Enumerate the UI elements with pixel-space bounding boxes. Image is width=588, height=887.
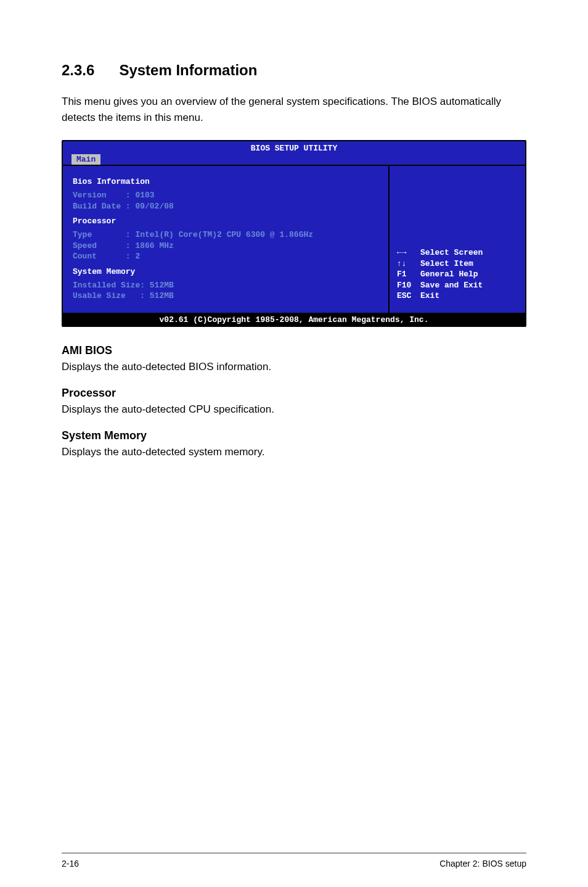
memory-usable: Usable Size : 512MB bbox=[73, 291, 378, 302]
f10-key-label: F10 bbox=[397, 280, 420, 291]
intro-paragraph: This menu gives you an overview of the g… bbox=[62, 94, 526, 125]
section-title: System Information bbox=[119, 62, 257, 78]
bios-build-date: Build Date : 09/02/08 bbox=[73, 201, 378, 212]
system-memory-heading: System Memory bbox=[62, 429, 526, 442]
arrow-up-down-icon: ↑↓ bbox=[397, 258, 420, 270]
bios-info-label: Bios Information bbox=[73, 177, 378, 186]
bios-version: Version : 0103 bbox=[73, 190, 378, 201]
section-heading: 2.3.6System Information bbox=[62, 62, 526, 79]
section-number: 2.3.6 bbox=[62, 62, 94, 79]
processor-label: Processor bbox=[73, 217, 378, 226]
memory-label: System Memory bbox=[73, 267, 378, 276]
system-memory-text: Displays the auto-detected system memory… bbox=[62, 446, 526, 458]
bios-main-panel: Bios Information Version : 0103 Build Da… bbox=[63, 166, 390, 313]
memory-installed: Installed Size: 512MB bbox=[73, 280, 378, 291]
page-number: 2-16 bbox=[62, 859, 79, 868]
page-footer: 2-16 Chapter 2: BIOS setup bbox=[62, 859, 526, 868]
bios-body: Bios Information Version : 0103 Build Da… bbox=[63, 165, 525, 313]
ami-bios-heading: AMI BIOS bbox=[62, 344, 526, 357]
bios-screenshot: BIOS SETUP UTILITY Main Bios Information… bbox=[62, 140, 526, 327]
nav-select-screen: ←→Select Screen bbox=[397, 247, 518, 258]
nav-select-item: ↑↓Select Item bbox=[397, 258, 518, 270]
bios-nav-help: ←→Select Screen ↑↓Select Item F1General … bbox=[397, 247, 518, 302]
chapter-label: Chapter 2: BIOS setup bbox=[439, 859, 526, 868]
footer-divider bbox=[62, 852, 526, 854]
processor-heading: Processor bbox=[62, 387, 526, 400]
ami-bios-text: Displays the auto-detected BIOS informat… bbox=[62, 361, 526, 373]
bios-side-panel: ←→Select Screen ↑↓Select Item F1General … bbox=[390, 166, 525, 313]
arrow-left-right-icon: ←→ bbox=[397, 247, 420, 258]
nav-exit: ESCExit bbox=[397, 291, 518, 302]
f1-key-label: F1 bbox=[397, 269, 420, 280]
bios-footer: v02.61 (C)Copyright 1985-2008, American … bbox=[63, 313, 525, 326]
processor-type: Type : Intel(R) Core(TM)2 CPU 6300 @ 1.8… bbox=[73, 229, 378, 241]
nav-general-help: F1General Help bbox=[397, 269, 518, 280]
nav-save-exit: F10Save and Exit bbox=[397, 280, 518, 291]
bios-tab-main: Main bbox=[71, 154, 100, 165]
processor-speed: Speed : 1866 MHz bbox=[73, 241, 378, 252]
processor-text: Displays the auto-detected CPU specifica… bbox=[62, 403, 526, 416]
bios-title: BIOS SETUP UTILITY bbox=[63, 142, 525, 154]
bios-title-bar: BIOS SETUP UTILITY Main bbox=[63, 141, 525, 165]
esc-key-label: ESC bbox=[397, 291, 420, 302]
processor-count: Count : 2 bbox=[73, 251, 378, 262]
